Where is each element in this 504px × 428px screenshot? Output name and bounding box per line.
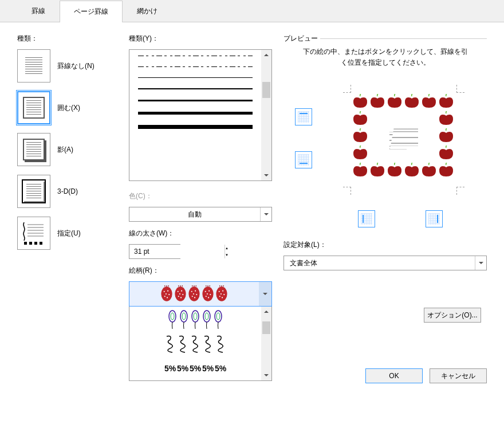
apple-icon — [352, 146, 368, 160]
svg-point-25 — [195, 290, 196, 292]
style-thicker[interactable] — [138, 112, 253, 115]
svg-rect-7 — [34, 242, 37, 245]
style-listbox[interactable] — [129, 49, 272, 181]
style-thick[interactable] — [138, 100, 253, 101]
chevron-down-icon — [264, 174, 269, 176]
style-list-items — [129, 50, 261, 180]
svg-point-24 — [191, 291, 192, 292]
style-dash-dot-dot-2[interactable] — [138, 66, 253, 67]
svg-point-26 — [193, 293, 194, 295]
apple-icon — [352, 94, 368, 109]
width-spinner[interactable]: ▲ ▼ — [129, 244, 180, 259]
svg-point-48 — [192, 311, 199, 322]
page-preview[interactable] — [346, 88, 461, 191]
chevron-down-icon — [263, 293, 267, 295]
scroll-thumb[interactable] — [262, 82, 270, 98]
spots-icon: 5% — [164, 360, 176, 377]
art-option-spots[interactable]: 5% 5% 5% 5% 5% — [129, 356, 261, 380]
spots-icon: 5% — [177, 360, 188, 377]
svg-point-53 — [216, 313, 220, 320]
border-left-icon — [361, 214, 372, 224]
corner-mark-icon — [456, 85, 464, 93]
ok-button[interactable]: OK — [365, 368, 423, 383]
apple-icon — [438, 128, 454, 143]
color-combo-button[interactable] — [260, 207, 271, 221]
apple-icon — [438, 111, 454, 126]
corner-mark-icon — [456, 187, 464, 195]
chevron-down-icon — [264, 213, 269, 215]
apple-icon — [387, 94, 403, 109]
dialog-content: 種類： 罫線なし(N) 囲む(X) 影(A) 3-D(D) — [0, 22, 504, 392]
art-combo-button[interactable] — [259, 282, 271, 306]
scribble-icon — [177, 334, 188, 354]
art-option-feathers[interactable] — [129, 307, 261, 331]
svg-point-15 — [167, 297, 168, 298]
scroll-track[interactable] — [261, 317, 271, 370]
apple-icon — [404, 163, 420, 178]
scroll-up-button[interactable] — [261, 50, 271, 60]
feather-icon — [179, 309, 189, 329]
strawberry-icon — [202, 285, 214, 303]
style-solid-thin[interactable] — [138, 77, 253, 78]
width-label: 線の太さ(W)： — [129, 229, 272, 238]
style-scrollbar[interactable] — [261, 50, 271, 180]
top-border-button[interactable] — [295, 108, 312, 125]
setting-3d-icon — [17, 175, 50, 208]
setting-3d[interactable]: 3-D(D) — [17, 175, 117, 208]
scroll-up-button[interactable] — [261, 307, 271, 317]
art-combo[interactable] — [129, 281, 272, 307]
svg-point-22 — [180, 297, 182, 298]
scroll-down-button[interactable] — [261, 370, 271, 380]
width-up-button[interactable]: ▲ — [225, 245, 229, 252]
svg-point-28 — [192, 296, 193, 297]
left-border-button[interactable] — [358, 210, 375, 227]
dialog-buttons: OK キャンセル — [365, 368, 487, 383]
svg-text:5%: 5% — [202, 364, 214, 373]
setting-custom[interactable]: 指定(U) — [17, 217, 117, 250]
svg-point-52 — [215, 311, 222, 322]
svg-text:5%: 5% — [190, 364, 201, 373]
corner-mark-icon — [343, 187, 351, 195]
chevron-down-icon — [479, 262, 483, 264]
scroll-track[interactable] — [261, 60, 271, 170]
width-down-button[interactable]: ▼ — [225, 252, 229, 258]
art-dropdown-list[interactable]: 5% 5% 5% 5% 5% — [129, 307, 272, 381]
cancel-button[interactable]: キャンセル — [430, 368, 487, 383]
apple-icon — [438, 94, 454, 109]
style-solid[interactable] — [138, 88, 253, 89]
svg-point-43 — [222, 297, 223, 298]
tab-borders[interactable]: 罫線 — [17, 0, 60, 22]
feather-icon — [190, 309, 200, 329]
style-dash-dot-dot[interactable] — [138, 56, 253, 56]
tab-page-borders[interactable]: ページ罫線 — [60, 1, 123, 22]
feather-icon — [202, 309, 212, 329]
corner-mark-icon — [343, 85, 351, 93]
right-border-button[interactable] — [426, 210, 443, 227]
preview-column: プレビュー 下の絵の中、またはボタンをクリックして、罫線を引く位置を指定してくだ… — [284, 34, 487, 381]
preview-hint: 下の絵の中、またはボタンをクリックして、罫線を引く位置を指定してください。 — [301, 46, 470, 68]
inner-doc-icon — [389, 128, 418, 151]
setting-none[interactable]: 罫線なし(N) — [17, 49, 117, 83]
strawberry-icon — [174, 285, 187, 303]
chevron-down-icon — [264, 374, 269, 376]
setting-box[interactable]: 囲む(X) — [17, 91, 117, 124]
scroll-thumb[interactable] — [262, 321, 270, 334]
setting-shadow[interactable]: 影(A) — [17, 133, 117, 166]
width-input[interactable] — [129, 245, 225, 258]
spots-icon: 5% — [190, 360, 201, 377]
svg-point-45 — [171, 313, 174, 320]
feather-icon — [167, 309, 178, 329]
apply-to-combo-button[interactable] — [475, 256, 486, 270]
scroll-down-button[interactable] — [261, 170, 271, 180]
apple-icon — [421, 94, 437, 109]
apply-to-combo[interactable]: 文書全体 — [284, 256, 487, 270]
options-button[interactable]: オプション(O)... — [424, 308, 481, 323]
apple-icon — [438, 146, 454, 160]
art-scrollbar[interactable] — [261, 307, 271, 380]
svg-rect-6 — [29, 242, 32, 245]
color-combo[interactable]: 自動 — [129, 207, 272, 222]
tab-shading[interactable]: 網かけ — [123, 0, 172, 22]
style-thickest[interactable] — [138, 125, 253, 129]
bottom-border-button[interactable] — [295, 151, 312, 168]
art-option-scribble[interactable] — [129, 331, 261, 356]
